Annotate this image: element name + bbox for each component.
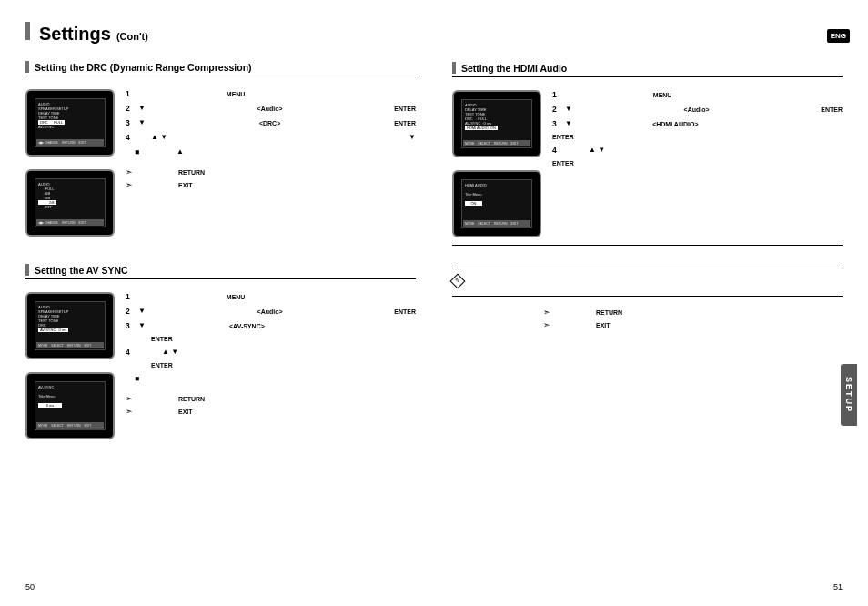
section-hdmi: Setting the HDMI Audio AUDIO DELAY TIME … [452, 62, 843, 329]
down-arrow-icon: ▼ [138, 119, 146, 126]
up-down-arrow-icon: ▲ ▼ [589, 146, 605, 154]
exit-label: EXIT [596, 322, 611, 328]
title-main: Settings [39, 24, 111, 45]
step-num: 3 [126, 118, 133, 127]
language-badge: ENG [827, 29, 850, 43]
exit-label: EXIT [178, 182, 193, 188]
step-num: 1 [126, 89, 133, 98]
avsync-tag: <AV-SYNC> [229, 323, 265, 329]
enter-label: ENTER [552, 134, 574, 140]
up-down-arrow-icon: ▲ ▼ [162, 348, 178, 356]
side-tab-setup: SETUP [841, 364, 857, 426]
title-cont: (Con't) [116, 31, 148, 42]
audio-tag: <Audio> [257, 106, 283, 112]
menu-label: MENU [653, 92, 672, 98]
menu-label: MENU [227, 91, 246, 97]
down-arrow-icon: ▼ [138, 308, 146, 315]
page-number-left: 50 [25, 582, 35, 591]
step-num: 2 [126, 307, 133, 316]
section-heading: Setting the HDMI Audio [461, 63, 567, 74]
enter-label: ENTER [151, 336, 173, 342]
menu-label: MENU [227, 294, 246, 300]
enter-label: ENTER [151, 362, 173, 369]
down-arrow-icon: ▼ [138, 322, 146, 329]
hdmi-tag: <HDMI AUDIO> [652, 121, 698, 127]
page-title: Settings (Con't) [25, 22, 416, 45]
exit-icon: ➣ [126, 407, 133, 416]
section-drc: Setting the DRC (Dynamic Range Compressi… [25, 61, 416, 237]
exit-icon: ➣ [543, 320, 550, 329]
return-label: RETURN [178, 169, 205, 176]
return-icon: ➣ [126, 167, 133, 177]
note-icon: ✎ [450, 274, 466, 289]
exit-icon: ➣ [126, 180, 133, 189]
enter-label: ENTER [552, 160, 574, 167]
return-label: RETURN [178, 396, 205, 402]
enter-label: ENTER [394, 120, 416, 126]
drc-tag: <DRC> [259, 120, 280, 126]
step-num: 1 [552, 90, 560, 99]
step-num: 3 [126, 321, 133, 330]
step-num: 2 [552, 105, 560, 114]
step-num: 4 [126, 348, 133, 357]
step-num: 1 [126, 292, 133, 301]
enter-label: ENTER [821, 106, 843, 113]
section-avsync: Setting the AV SYNC AUDIO SPEAKER SETUP … [25, 264, 416, 439]
section-heading: Setting the AV SYNC [35, 265, 128, 276]
enter-label: ENTER [394, 308, 416, 315]
step-num: 4 [552, 146, 560, 155]
down-arrow-icon: ▼ [409, 134, 416, 141]
exit-label: EXIT [178, 409, 193, 415]
tv-screenshot: AV-SYNC Title Menu 0 ms MOVESELECTRETURN… [25, 372, 115, 439]
step-num: 2 [126, 104, 133, 113]
step-num: 4 [126, 133, 133, 142]
enter-label: ENTER [394, 106, 416, 112]
audio-tag: <Audio> [684, 106, 710, 113]
return-label: RETURN [596, 309, 622, 316]
section-heading: Setting the DRC (Dynamic Range Compressi… [35, 62, 252, 73]
tv-screenshot: AUDIO : FULL : 6/8 : 4/8 2/8 : OFF ◀▶ CH… [25, 169, 115, 237]
up-arrow-icon: ▲ [177, 148, 184, 156]
tv-screenshot: AUDIO SPEAKER SETUP DELAY TIME TEST TONE… [25, 89, 115, 157]
tv-screenshot: AUDIO SPEAKER SETUP DELAY TIME TEST TONE… [25, 292, 115, 359]
up-down-arrow-icon: ▲ ▼ [151, 134, 167, 141]
return-icon: ➣ [126, 394, 133, 403]
step-num: 3 [552, 119, 560, 128]
tv-screenshot: HDMI AUDIO Title Menu ON MOVESELECTRETUR… [452, 170, 541, 237]
page-number-right: 51 [833, 582, 843, 591]
down-arrow-icon: ▼ [565, 106, 572, 113]
tv-screenshot: AUDIO DELAY TIME TEST TONE DRC : FULL AV… [452, 90, 541, 157]
audio-tag: <Audio> [257, 308, 283, 315]
down-arrow-icon: ▼ [138, 105, 146, 112]
return-icon: ➣ [543, 308, 550, 317]
down-arrow-icon: ▼ [565, 120, 572, 127]
